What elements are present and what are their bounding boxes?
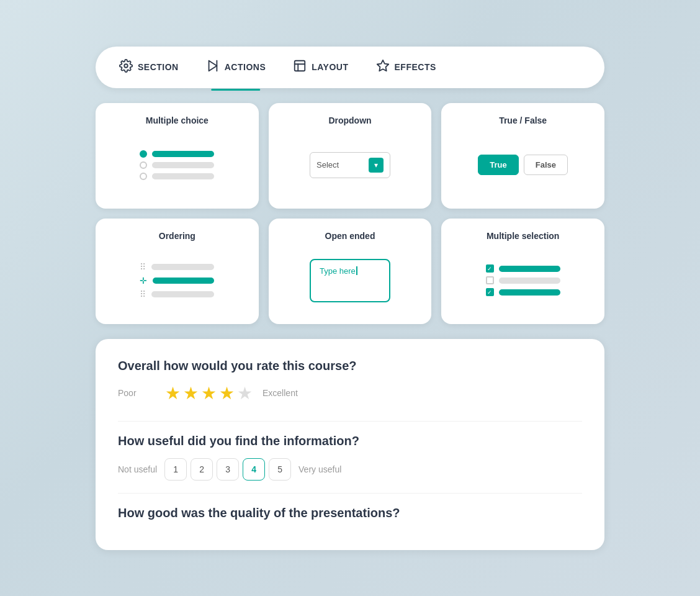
mc-row-1 bbox=[140, 150, 214, 158]
mc-radio-2 bbox=[140, 161, 147, 169]
card-open-ended-title: Open ended bbox=[281, 231, 420, 241]
card-multiple-choice-title: Multiple choice bbox=[108, 115, 246, 125]
tab-effects-label: EFFECTS bbox=[395, 62, 436, 72]
tab-actions-label: ACTIONS bbox=[225, 62, 266, 72]
ms-row-1: ✓ bbox=[486, 264, 560, 273]
actions-icon bbox=[206, 59, 220, 76]
tab-actions[interactable]: ACTIONS bbox=[195, 53, 277, 82]
mc-row-3 bbox=[140, 173, 214, 180]
card-true-false[interactable]: True / False True False bbox=[441, 103, 604, 209]
tab-bar: SECTION ACTIONS LAYOUT bbox=[96, 47, 604, 88]
tab-section[interactable]: SECTION bbox=[108, 53, 190, 82]
star-4[interactable]: ★ bbox=[219, 383, 235, 404]
mc-row-2 bbox=[140, 161, 214, 169]
true-button[interactable]: True bbox=[478, 155, 518, 175]
mc-radio-3 bbox=[140, 173, 147, 180]
ordering-preview: ⠿ ✛ ⠿ bbox=[108, 250, 246, 312]
drag-handle-2: ✛ bbox=[140, 276, 148, 286]
tab-section-label: SECTION bbox=[138, 62, 179, 72]
svg-point-0 bbox=[124, 64, 128, 68]
num-btn-5[interactable]: 5 bbox=[269, 458, 291, 481]
star-3[interactable]: ★ bbox=[201, 383, 217, 404]
num-btn-2[interactable]: 2 bbox=[191, 458, 213, 481]
num-btn-1[interactable]: 1 bbox=[164, 458, 187, 481]
survey-rating-row-1: Poor ★ ★ ★ ★ ★ Excellent bbox=[118, 383, 582, 404]
ordering-row-1: ⠿ bbox=[140, 262, 214, 272]
card-multiple-selection-title: Multiple selection bbox=[454, 231, 592, 241]
ordering-bar-3 bbox=[151, 291, 214, 297]
layout-icon bbox=[293, 59, 307, 76]
dropdown-select[interactable]: Select ▾ bbox=[310, 152, 390, 178]
divider-2 bbox=[118, 493, 582, 494]
mc-bar-2 bbox=[152, 162, 214, 168]
svg-rect-2 bbox=[295, 60, 305, 71]
false-button[interactable]: False bbox=[524, 155, 568, 175]
drag-handle-1: ⠿ bbox=[140, 262, 146, 272]
tab-layout[interactable]: LAYOUT bbox=[282, 53, 359, 82]
open-ended-placeholder: Type here bbox=[320, 266, 356, 276]
ms-row-2 bbox=[486, 276, 560, 284]
card-true-false-title: True / False bbox=[454, 115, 592, 125]
mc-bar-1 bbox=[152, 151, 214, 157]
survey-question-1: Overall how would you rate this course? bbox=[118, 359, 582, 373]
survey-question-3: How good was the quality of the presenta… bbox=[118, 506, 582, 520]
svg-marker-5 bbox=[377, 60, 388, 70]
text-cursor bbox=[356, 266, 357, 275]
card-open-ended[interactable]: Open ended Type here bbox=[269, 219, 432, 324]
main-container: SECTION ACTIONS LAYOUT bbox=[96, 47, 604, 550]
excellent-label: Excellent bbox=[262, 388, 300, 398]
star-rating[interactable]: ★ ★ ★ ★ ★ bbox=[165, 383, 253, 404]
star-5[interactable]: ★ bbox=[237, 383, 253, 404]
ordering-row-2: ✛ bbox=[140, 276, 214, 286]
ms-bar-3 bbox=[499, 289, 560, 296]
not-useful-label: Not useful bbox=[118, 464, 157, 474]
ordering-bar-2 bbox=[153, 278, 214, 284]
mc-bar-3 bbox=[152, 173, 214, 179]
tab-layout-label: LAYOUT bbox=[312, 62, 348, 72]
ms-checkbox-3: ✓ bbox=[486, 288, 494, 296]
card-ordering[interactable]: Ordering ⠿ ✛ ⠿ bbox=[96, 219, 259, 324]
star-1[interactable]: ★ bbox=[165, 383, 181, 404]
true-false-preview: True False bbox=[454, 134, 592, 196]
num-btn-4[interactable]: 4 bbox=[243, 458, 265, 481]
ms-checkbox-1: ✓ bbox=[486, 264, 494, 273]
mc-radio-1 bbox=[140, 150, 147, 158]
survey-card: Overall how would you rate this course? … bbox=[96, 339, 604, 550]
star-2[interactable]: ★ bbox=[183, 383, 199, 404]
ordering-row-3: ⠿ bbox=[140, 289, 214, 299]
divider-1 bbox=[118, 421, 582, 422]
multiple-choice-preview bbox=[108, 134, 246, 196]
number-buttons: 1 2 3 4 5 bbox=[164, 458, 291, 481]
dropdown-arrow-button[interactable]: ▾ bbox=[369, 158, 384, 173]
ordering-bar-1 bbox=[151, 264, 214, 270]
poor-label: Poor bbox=[118, 388, 155, 398]
ms-bar-1 bbox=[499, 266, 560, 272]
card-multiple-choice[interactable]: Multiple choice bbox=[96, 103, 259, 209]
dropdown-select-label: Select bbox=[316, 160, 339, 169]
ms-bar-2 bbox=[499, 278, 560, 284]
effects-icon bbox=[376, 59, 390, 76]
survey-question-2: How useful did you find the information? bbox=[118, 434, 582, 448]
open-ended-box[interactable]: Type here bbox=[310, 259, 390, 302]
number-rating-row: Not useful 1 2 3 4 5 Very useful bbox=[118, 458, 582, 481]
ms-checkbox-2 bbox=[486, 276, 494, 284]
cards-grid: Multiple choice Dropdown bbox=[96, 103, 604, 324]
dropdown-preview-container: Select ▾ bbox=[281, 134, 420, 196]
very-useful-label: Very useful bbox=[298, 464, 341, 474]
card-dropdown-title: Dropdown bbox=[281, 115, 420, 125]
card-multiple-selection[interactable]: Multiple selection ✓ ✓ bbox=[441, 219, 604, 324]
open-ended-preview: Type here bbox=[281, 250, 420, 312]
gear-icon bbox=[119, 59, 133, 76]
tab-effects[interactable]: EFFECTS bbox=[365, 53, 447, 82]
drag-handle-3: ⠿ bbox=[140, 289, 146, 299]
ms-row-3: ✓ bbox=[486, 288, 560, 296]
num-btn-3[interactable]: 3 bbox=[217, 458, 239, 481]
card-ordering-title: Ordering bbox=[108, 231, 246, 241]
tf-row: True False bbox=[478, 155, 568, 175]
card-dropdown[interactable]: Dropdown Select ▾ bbox=[269, 103, 432, 209]
multiple-selection-preview: ✓ ✓ bbox=[454, 250, 592, 312]
